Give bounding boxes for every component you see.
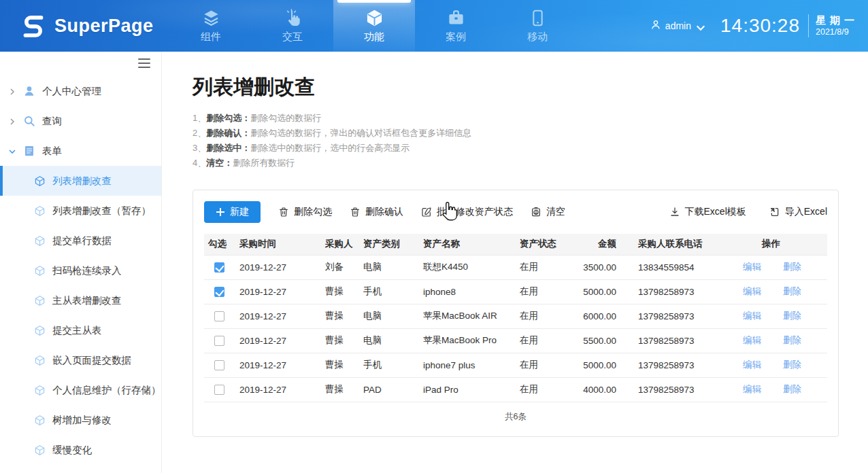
buyer-cell: 曹操 xyxy=(321,328,359,353)
user-menu[interactable]: admin xyxy=(650,19,703,33)
checkbox-cell xyxy=(204,328,235,353)
row-checkbox[interactable] xyxy=(214,287,224,297)
instruction-number: 2、 xyxy=(193,128,206,138)
nav-item-cases[interactable]: 案例 xyxy=(415,0,497,52)
briefcase-icon xyxy=(447,9,465,27)
nav-item-features[interactable]: 功能 xyxy=(333,0,415,52)
edit-link[interactable]: 编辑 xyxy=(743,262,761,272)
edit-link[interactable]: 编辑 xyxy=(743,335,761,345)
clear-all-button[interactable]: 清空 xyxy=(531,206,565,218)
checkbox-cell xyxy=(204,353,235,377)
category-cell: 手机 xyxy=(359,353,419,377)
delete-link[interactable]: 删除 xyxy=(783,384,801,394)
instruction-number: 4、 xyxy=(193,158,206,168)
row-checkbox[interactable] xyxy=(214,385,224,395)
cube-outline-icon xyxy=(34,415,46,426)
actions-cell: 编辑删除 xyxy=(737,377,827,402)
trash-icon xyxy=(278,207,289,217)
chevron-right-icon xyxy=(8,117,16,125)
import-excel-button[interactable]: 导入Excel xyxy=(769,206,827,218)
sidebar-item-list-crud[interactable]: 列表增删改查 xyxy=(0,166,161,196)
table-body: 2019-12-27刘备电脑联想K4450在用3500.001383455985… xyxy=(204,255,827,402)
document-icon xyxy=(23,145,35,157)
buyer-cell: 曹操 xyxy=(321,279,359,304)
column-header: 金额 xyxy=(577,234,622,255)
weekday-label: 星期一 xyxy=(816,14,858,27)
edit-link[interactable]: 编辑 xyxy=(743,360,761,370)
delete-link[interactable]: 删除 xyxy=(783,262,801,272)
delete-checked-button[interactable]: 删除勾选 xyxy=(278,206,332,218)
instruction-line: 4、清空：删除所有数据行 xyxy=(193,156,839,171)
edit-link[interactable]: 编辑 xyxy=(743,311,761,321)
sidebar-item-query[interactable]: 查询 xyxy=(0,106,161,136)
sidebar: 个人中心管理查询表单列表增删改查列表增删改查（暂存）提交单行数据扫码枪连续录入主… xyxy=(0,52,162,473)
sidebar-item-personal-info-rowstore[interactable]: 个人信息维护（行存储） xyxy=(0,375,161,405)
button-label: 清空 xyxy=(546,206,565,218)
app-title: SuperPage xyxy=(54,16,154,37)
sidebar-collapse-button[interactable] xyxy=(138,58,150,68)
trash-icon xyxy=(350,207,361,217)
purchase-date-cell: 2019-12-27 xyxy=(235,304,321,328)
instruction-term: 删除选中： xyxy=(206,143,250,153)
sidebar-item-form[interactable]: 表单 xyxy=(0,136,161,166)
category-cell: 电脑 xyxy=(359,328,419,353)
delete-link[interactable]: 删除 xyxy=(783,360,801,370)
checkbox-cell xyxy=(204,279,235,304)
sidebar-item-list-crud-draft[interactable]: 列表增删改查（暂存） xyxy=(0,196,161,226)
sidebar-item-other[interactable]: 其它 xyxy=(0,465,161,473)
purchase-date-cell: 2019-12-27 xyxy=(235,255,321,279)
instruction-term: 删除确认： xyxy=(206,128,250,138)
sidebar-item-label: 提交主从表 xyxy=(52,324,102,337)
table-total: 共6条 xyxy=(204,402,827,432)
checkbox-cell xyxy=(204,255,235,279)
row-checkbox[interactable] xyxy=(214,360,224,370)
nav-item-components[interactable]: 组件 xyxy=(170,0,252,52)
sidebar-item-master-detail-crud[interactable]: 主从表增删改查 xyxy=(0,285,161,315)
category-cell: 电脑 xyxy=(359,304,419,328)
column-header: 采购人联系电话 xyxy=(622,234,737,255)
app-logo: SuperPage xyxy=(0,0,170,52)
phone-cell: 13834559854 xyxy=(622,255,737,279)
table-row: 2019-12-27曹操手机iphone7 plus在用5000.0013798… xyxy=(204,353,827,377)
chevron-right-icon xyxy=(8,87,16,95)
nav-item-mobile[interactable]: 移动 xyxy=(497,0,578,52)
instruction-line: 2、删除确认：删除勾选的数据行，弹出的确认对话框包含更多详细信息 xyxy=(193,126,839,141)
instruction-number: 1、 xyxy=(193,113,206,123)
purchase-date-cell: 2019-12-27 xyxy=(235,377,321,402)
sidebar-item-label: 树增加与修改 xyxy=(52,414,112,427)
delete-link[interactable]: 删除 xyxy=(783,335,801,345)
amount-cell: 5000.00 xyxy=(577,353,622,377)
table-row: 2019-12-27曹操电脑苹果MacBook Pro在用5500.001379… xyxy=(204,328,827,353)
delete-link[interactable]: 删除 xyxy=(783,286,801,296)
batch-update-status-button[interactable]: 批量修改资产状态 xyxy=(421,206,513,218)
buyer-cell: 曹操 xyxy=(321,377,359,402)
new-button[interactable]: 新建 xyxy=(204,201,261,223)
amount-cell: 4000.00 xyxy=(577,377,622,402)
sidebar-item-label: 列表增删改查 xyxy=(52,175,112,188)
delete-confirm-button[interactable]: 删除确认 xyxy=(350,206,403,218)
nav-item-interaction[interactable]: 交互 xyxy=(252,0,333,52)
checkbox-cell xyxy=(204,377,235,402)
sidebar-item-slow-change[interactable]: 缓慢变化 xyxy=(0,435,161,465)
actions-cell: 编辑删除 xyxy=(737,279,827,304)
download-excel-template-button[interactable]: 下载Excel模板 xyxy=(669,206,746,218)
edit-link[interactable]: 编辑 xyxy=(743,384,761,394)
sidebar-item-embedded-page-submit[interactable]: 嵌入页面提交数据 xyxy=(0,345,161,375)
sidebar-item-submit-single-row[interactable]: 提交单行数据 xyxy=(0,226,161,256)
sidebar-item-personal-center[interactable]: 个人中心管理 xyxy=(0,76,161,106)
instruction-text: 删除所有数据行 xyxy=(233,158,295,168)
row-checkbox[interactable] xyxy=(214,311,224,321)
sidebar-item-scanner-entry[interactable]: 扫码枪连续录入 xyxy=(0,256,161,285)
instruction-line: 3、删除选中：删除选中的数据行，选中的行会高亮显示 xyxy=(193,141,839,156)
sidebar-item-tree-add-modify[interactable]: 树增加与修改 xyxy=(0,405,161,435)
row-checkbox[interactable] xyxy=(214,262,224,273)
mobile-icon xyxy=(529,9,547,27)
asset-name-cell: iphone8 xyxy=(419,279,516,304)
toolbar-right: 下载Excel模板导入Excel xyxy=(646,206,827,218)
actions-cell: 编辑删除 xyxy=(737,353,827,377)
delete-link[interactable]: 删除 xyxy=(783,311,801,321)
sidebar-item-submit-master-detail[interactable]: 提交主从表 xyxy=(0,315,161,345)
row-checkbox[interactable] xyxy=(214,336,224,346)
download-icon xyxy=(669,207,680,217)
edit-link[interactable]: 编辑 xyxy=(743,286,761,296)
